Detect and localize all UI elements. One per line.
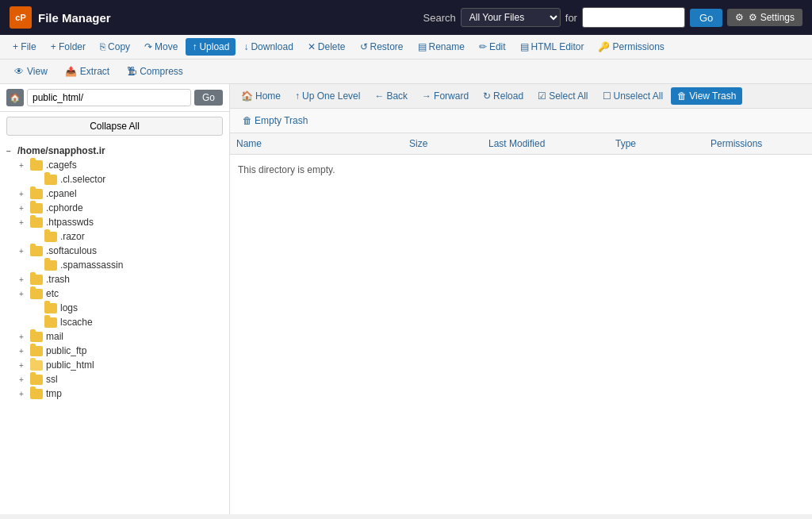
html-editor-icon: ▤ — [520, 41, 529, 52]
file-panel: 🏠 Home ↑ Up One Level ← Back → Forward ↻… — [230, 84, 812, 514]
search-scope-select[interactable]: All Your Files Current Directory — [461, 8, 561, 27]
tree-item-public-html[interactable]: + public_html — [0, 358, 229, 372]
permissions-button[interactable]: 🔑 Permissions — [592, 38, 670, 56]
file-content-area: This directory is empty. — [230, 155, 812, 514]
tree-item-etc[interactable]: + etc — [0, 286, 229, 301]
col-permissions[interactable]: Permissions — [710, 138, 806, 149]
new-file-button[interactable]: + File — [6, 38, 43, 56]
etc-folder-icon — [30, 289, 43, 299]
settings-button[interactable]: ⚙ ⚙ Settings — [727, 9, 802, 26]
delete-icon: ✕ — [308, 41, 316, 52]
rename-icon: ▤ — [418, 41, 427, 52]
secondary-toolbar: 👁 View 📤 Extract 🗜 Compress — [0, 60, 812, 84]
public-html-folder-icon — [30, 360, 43, 371]
home-icon[interactable]: 🏠 — [6, 89, 24, 106]
root-toggle-icon: − — [3, 145, 14, 156]
compress-icon: 🗜 — [127, 66, 136, 77]
htpasswds-toggle-icon: + — [16, 217, 27, 228]
tree-item-razor[interactable]: .razor — [0, 229, 229, 244]
cagefs-toggle-icon: + — [16, 160, 27, 171]
delete-button[interactable]: ✕ Delete — [301, 38, 352, 56]
trash-folder-icon — [30, 275, 43, 285]
tree-item-softaculous[interactable]: + .softaculous — [0, 244, 229, 258]
file-table-header: Name Size Last Modified Type Permissions — [230, 133, 812, 155]
clselector-toggle-icon — [30, 174, 41, 185]
back-button[interactable]: ← Back — [368, 87, 414, 105]
reload-button[interactable]: ↻ Reload — [477, 87, 530, 105]
edit-icon: ✏ — [479, 41, 487, 52]
empty-trash-button[interactable]: 🗑 Empty Trash — [236, 112, 314, 129]
path-bar: 🏠 Go — [0, 84, 229, 112]
tree-item-cpanel[interactable]: + .cpanel — [0, 186, 229, 201]
compress-button[interactable]: 🗜 Compress — [119, 63, 191, 80]
rename-button[interactable]: ▤ Rename — [412, 38, 471, 56]
upload-button[interactable]: ↑ Upload — [186, 38, 236, 56]
mail-folder-icon — [30, 332, 43, 342]
copy-button[interactable]: ⎘ Copy — [94, 38, 136, 56]
tree-item-htpasswds[interactable]: + .htpasswds — [0, 215, 229, 229]
tree-item-spamassassin[interactable]: .spamassassin — [0, 258, 229, 272]
tree-item-cagefs[interactable]: + .cagefs — [0, 158, 229, 172]
lscache-toggle-icon — [30, 317, 41, 328]
main-container: 🏠 Go Collapse All − /home/snapphost.ir +… — [0, 84, 812, 514]
back-icon: ← — [374, 90, 384, 102]
extract-button[interactable]: 📤 Extract — [57, 63, 117, 80]
razor-folder-icon — [44, 232, 57, 242]
app-header: cP File Manager Search All Your Files Cu… — [0, 0, 812, 35]
view-trash-button[interactable]: 🗑 View Trash — [671, 87, 742, 105]
logs-folder-icon — [44, 303, 57, 313]
empty-trash-icon: 🗑 — [243, 115, 252, 126]
edit-button[interactable]: ✏ Edit — [473, 38, 512, 56]
cphorde-folder-icon — [30, 203, 43, 213]
tree-item-ssl[interactable]: + ssl — [0, 372, 229, 386]
etc-toggle-icon: + — [16, 288, 27, 299]
tree-item-logs[interactable]: logs — [0, 301, 229, 315]
home-nav-button[interactable]: 🏠 Home — [235, 87, 287, 105]
copy-icon: ⎘ — [100, 41, 105, 52]
trash-nav-icon: 🗑 — [677, 90, 687, 102]
restore-icon: ↺ — [360, 41, 368, 52]
spamassassin-toggle-icon — [30, 260, 41, 271]
col-last-modified[interactable]: Last Modified — [488, 138, 615, 149]
tree-root[interactable]: − /home/snapphost.ir — [0, 144, 229, 158]
select-all-icon: ☑ — [538, 90, 546, 102]
tree-item-trash[interactable]: + .trash — [0, 272, 229, 286]
path-go-button[interactable]: Go — [194, 90, 223, 106]
tree-item-lscache[interactable]: lscache — [0, 315, 229, 329]
permissions-icon: 🔑 — [598, 41, 610, 52]
download-button[interactable]: ↓ Download — [237, 38, 299, 56]
move-icon: ↷ — [144, 41, 152, 52]
app-title: File Manager — [38, 11, 111, 25]
collapse-all-button[interactable]: Collapse All — [6, 117, 223, 136]
search-label: Search — [423, 12, 456, 24]
root-label: /home/snapphost.ir — [17, 145, 105, 156]
col-name[interactable]: Name — [236, 138, 409, 149]
view-button[interactable]: 👁 View — [6, 63, 56, 80]
move-button[interactable]: ↷ Move — [138, 38, 184, 56]
restore-button[interactable]: ↺ Restore — [354, 38, 410, 56]
tree-item-tmp[interactable]: + tmp — [0, 386, 229, 401]
html-editor-button[interactable]: ▤ HTML Editor — [514, 38, 591, 56]
tree-item-public-ftp[interactable]: + public_ftp — [0, 344, 229, 358]
path-input[interactable] — [27, 89, 191, 106]
search-input[interactable] — [582, 7, 685, 28]
select-all-button[interactable]: ☑ Select All — [531, 87, 594, 105]
col-type[interactable]: Type — [615, 138, 710, 149]
unselect-all-button[interactable]: ☐ Unselect All — [596, 87, 670, 105]
app-logo: cP File Manager — [10, 6, 111, 29]
tree-item-clselector[interactable]: .cl.selector — [0, 172, 229, 186]
up-one-level-button[interactable]: ↑ Up One Level — [289, 87, 366, 105]
search-go-button[interactable]: Go — [690, 9, 722, 27]
col-size[interactable]: Size — [409, 138, 488, 149]
forward-button[interactable]: → Forward — [416, 87, 475, 105]
new-folder-button[interactable]: + Folder — [44, 38, 92, 56]
tree-item-mail[interactable]: + mail — [0, 329, 229, 344]
tree-item-cphorde[interactable]: + .cphorde — [0, 201, 229, 215]
directory-tree: − /home/snapphost.ir + .cagefs .cl.selec… — [0, 140, 229, 514]
extract-icon: 📤 — [65, 66, 77, 77]
view-icon: 👁 — [14, 66, 24, 77]
cpanel-toggle-icon: + — [16, 188, 27, 199]
forward-icon: → — [422, 90, 431, 102]
file-nav-toolbar: 🏠 Home ↑ Up One Level ← Back → Forward ↻… — [230, 84, 812, 109]
unselect-all-icon: ☐ — [603, 90, 611, 102]
